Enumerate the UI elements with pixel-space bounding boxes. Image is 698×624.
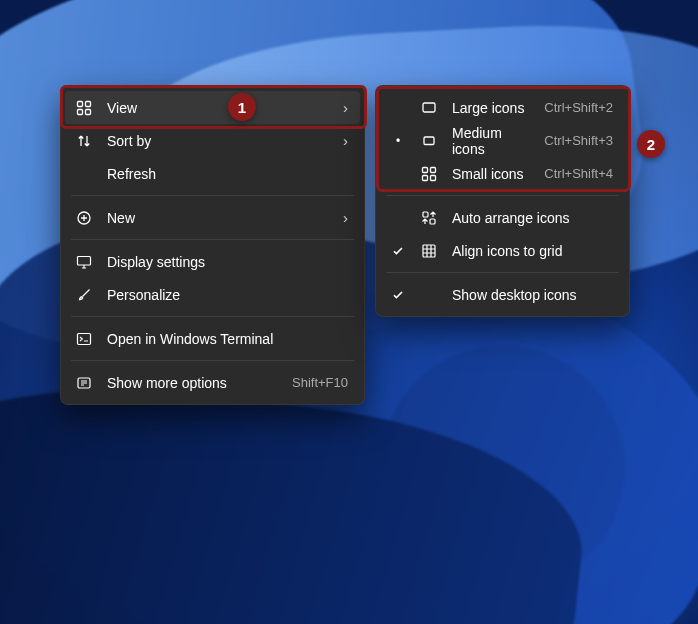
align-grid-icon: [420, 242, 438, 260]
submenu-item-label: Large icons: [452, 100, 530, 116]
submenu-item-large-icons[interactable]: Large icons Ctrl+Shift+2: [380, 91, 625, 124]
submenu-item-shortcut: Ctrl+Shift+3: [544, 133, 613, 148]
view-submenu: Large icons Ctrl+Shift+2 • Medium icons …: [375, 85, 630, 317]
menu-separator: [386, 195, 619, 196]
auto-arrange-icon: [420, 209, 438, 227]
more-options-icon: [75, 374, 93, 392]
svg-rect-15: [430, 219, 435, 224]
menu-item-label: View: [107, 100, 329, 116]
svg-rect-5: [78, 256, 91, 265]
menu-separator: [386, 272, 619, 273]
check-indicator-checked: [390, 245, 406, 257]
menu-item-sort-by[interactable]: Sort by ›: [65, 124, 360, 157]
menu-item-shortcut: Shift+F10: [292, 375, 348, 390]
svg-rect-2: [78, 109, 83, 114]
chevron-right-icon: ›: [343, 133, 348, 148]
menu-item-label: Personalize: [107, 287, 348, 303]
small-icons-icon: [420, 165, 438, 183]
display-icon: [75, 253, 93, 271]
desktop-context-menu: View › Sort by › Refresh New › D: [60, 85, 365, 405]
menu-item-label: Sort by: [107, 133, 329, 149]
svg-rect-10: [423, 167, 428, 172]
large-icons-icon: [420, 99, 438, 117]
menu-separator: [71, 316, 354, 317]
chevron-right-icon: ›: [343, 100, 348, 115]
chevron-right-icon: ›: [343, 210, 348, 225]
plus-circle-icon: [75, 209, 93, 227]
menu-item-label: New: [107, 210, 329, 226]
submenu-item-label: Show desktop icons: [452, 287, 613, 303]
menu-item-open-terminal[interactable]: Open in Windows Terminal: [65, 322, 360, 355]
brush-icon: [75, 286, 93, 304]
svg-rect-6: [78, 333, 91, 344]
svg-rect-16: [423, 245, 435, 257]
submenu-item-auto-arrange[interactable]: Auto arrange icons: [380, 201, 625, 234]
submenu-item-label: Small icons: [452, 166, 530, 182]
svg-rect-3: [86, 109, 91, 114]
svg-rect-14: [423, 212, 428, 217]
svg-rect-11: [431, 167, 436, 172]
menu-item-label: Show more options: [107, 375, 278, 391]
svg-rect-9: [424, 137, 434, 145]
terminal-icon: [75, 330, 93, 348]
menu-separator: [71, 239, 354, 240]
submenu-item-shortcut: Ctrl+Shift+4: [544, 166, 613, 181]
blank-icon: [420, 286, 438, 304]
svg-rect-13: [431, 175, 436, 180]
check-indicator-checked: [390, 289, 406, 301]
submenu-item-label: Auto arrange icons: [452, 210, 613, 226]
submenu-item-label: Align icons to grid: [452, 243, 613, 259]
menu-item-display-settings[interactable]: Display settings: [65, 245, 360, 278]
menu-item-label: Open in Windows Terminal: [107, 331, 348, 347]
blank-icon: [75, 165, 93, 183]
menu-item-view[interactable]: View ›: [65, 91, 360, 124]
menu-item-personalize[interactable]: Personalize: [65, 278, 360, 311]
menu-separator: [71, 360, 354, 361]
grid-icon: [75, 99, 93, 117]
sort-icon: [75, 132, 93, 150]
menu-item-label: Display settings: [107, 254, 348, 270]
menu-separator: [71, 195, 354, 196]
svg-rect-12: [423, 175, 428, 180]
menu-item-show-more-options[interactable]: Show more options Shift+F10: [65, 366, 360, 399]
svg-rect-8: [423, 103, 435, 112]
submenu-item-shortcut: Ctrl+Shift+2: [544, 100, 613, 115]
submenu-item-align-to-grid[interactable]: Align icons to grid: [380, 234, 625, 267]
medium-icons-icon: [420, 132, 438, 150]
menu-item-refresh[interactable]: Refresh: [65, 157, 360, 190]
svg-rect-0: [78, 101, 83, 106]
submenu-item-medium-icons[interactable]: • Medium icons Ctrl+Shift+3: [380, 124, 625, 157]
submenu-item-label: Medium icons: [452, 125, 530, 157]
radio-indicator-selected: •: [390, 134, 406, 148]
submenu-item-show-desktop-icons[interactable]: Show desktop icons: [380, 278, 625, 311]
menu-item-new[interactable]: New ›: [65, 201, 360, 234]
submenu-item-small-icons[interactable]: Small icons Ctrl+Shift+4: [380, 157, 625, 190]
menu-item-label: Refresh: [107, 166, 348, 182]
annotation-badge-step2: 2: [637, 130, 665, 158]
svg-rect-1: [86, 101, 91, 106]
